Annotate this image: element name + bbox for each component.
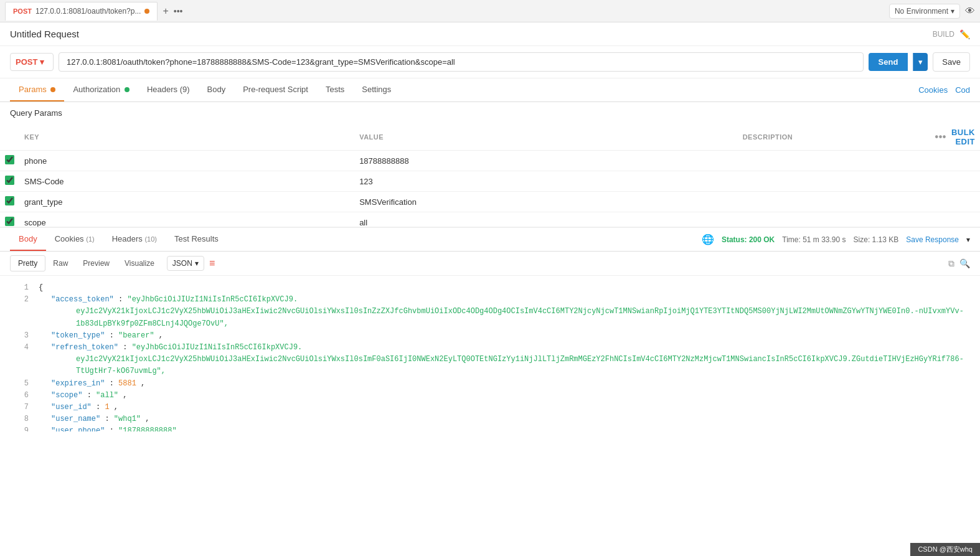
request-title-bar: Untitled Request BUILD ✏️ <box>0 22 980 46</box>
json-line-4b: eyJ1c2VyX21kIjoxLCJ1c2VyX25hbWUiOiJ3aHEx… <box>10 354 970 377</box>
tab-authorization[interactable]: Authorization <box>64 78 138 101</box>
desc-column-header: DESCRIPTION <box>738 124 930 151</box>
unsaved-dot <box>144 9 149 14</box>
eye-button[interactable]: 👁 <box>965 6 975 17</box>
value-cell: all <box>354 212 738 227</box>
row-checkbox-smscode[interactable] <box>5 176 14 185</box>
response-meta: 🌐 Status: 200 OK Time: 51 m 33.90 s Size… <box>702 233 970 245</box>
chevron-down-icon: ▾ <box>951 7 954 16</box>
env-dropdown[interactable]: No Environment ▾ <box>889 4 960 19</box>
format-lines-icon[interactable]: ≡ <box>209 258 215 269</box>
response-tab-cookies[interactable]: Cookies (1) <box>46 228 103 251</box>
format-tab-raw[interactable]: Raw <box>45 256 75 271</box>
send-dropdown-button[interactable]: ▾ <box>913 53 928 71</box>
response-tab-testresults[interactable]: Test Results <box>166 228 227 251</box>
response-section: Body Cookies (1) Headers (10) Test Resul… <box>0 227 980 431</box>
save-button[interactable]: Save <box>933 52 970 72</box>
footer-bar: CSDN @西安whq <box>910 543 980 556</box>
json-line-3: 3 "token_type" : "bearer" , <box>10 330 970 342</box>
tab-body[interactable]: Body <box>199 78 235 101</box>
json-viewer: 1 { 2 "access_token" : "eyJhbGciOiJIUzI1… <box>0 276 980 431</box>
copy-icon[interactable]: ⧉ <box>948 258 954 269</box>
tab-params[interactable]: Params <box>10 78 64 101</box>
table-row: phone 18788888888 <box>0 151 980 171</box>
request-tab[interactable]: POST 127.0.0.1:8081/oauth/token?p... <box>5 2 158 21</box>
more-tabs-button[interactable]: ••• <box>174 6 183 16</box>
json-line-1: 1 { <box>10 282 970 294</box>
json-line-9: 9 "user_phone" : "18788888888" , <box>10 425 970 431</box>
tab-bar: POST 127.0.0.1:8081/oauth/token?p... + •… <box>0 0 980 22</box>
code-link[interactable]: Cod <box>955 85 970 95</box>
format-dropdown-chevron: ▾ <box>195 259 199 268</box>
edit-icon[interactable]: ✏️ <box>959 29 970 39</box>
auth-dot <box>125 87 130 92</box>
add-tab-button[interactable]: + <box>160 6 171 17</box>
globe-icon: 🌐 <box>702 233 714 245</box>
json-line-2: 2 "access_token" : "eyJhbGciOiJIUzI1NiIs… <box>10 294 970 306</box>
format-tab-pretty[interactable]: Pretty <box>10 255 45 271</box>
more-actions-icon[interactable]: ••• <box>935 131 946 143</box>
tab-settings[interactable]: Settings <box>353 78 400 101</box>
tab-tests[interactable]: Tests <box>317 78 353 101</box>
response-tab-body[interactable]: Body <box>10 228 46 251</box>
json-line-2b: eyJ1c2VyX21kIjoxLCJ1c2VyX25hbWUiOiJ3aHEx… <box>10 306 970 329</box>
request-title: Untitled Request <box>10 29 933 39</box>
bulk-edit-button[interactable]: Bulk Edit <box>951 128 975 146</box>
params-dot <box>50 87 55 92</box>
desc-cell <box>738 151 930 171</box>
tab-url: 127.0.0.1:8081/oauth/token?p... <box>35 7 141 16</box>
env-selector: No Environment ▾ 👁 <box>889 4 975 19</box>
value-cell: 18788888888 <box>354 151 738 171</box>
time-info: Time: 51 m 33.90 s <box>782 235 846 244</box>
row-checkbox-phone[interactable] <box>5 155 14 164</box>
cookies-count: (1) <box>86 235 94 243</box>
save-response-chevron[interactable]: ▾ <box>966 235 970 244</box>
desc-cell <box>738 171 930 192</box>
key-cell: grant_type <box>19 192 354 212</box>
table-row: grant_type SMSVerification <box>0 192 980 212</box>
params-area: Query Params KEY VALUE DESCRIPTION ••• B… <box>0 102 980 227</box>
env-label: No Environment <box>895 7 948 16</box>
cookies-link[interactable]: Cookies <box>918 85 948 95</box>
response-tabs: Body Cookies (1) Headers (10) Test Resul… <box>0 228 980 252</box>
table-row: scope all <box>0 212 980 227</box>
query-params-label: Query Params <box>0 102 980 124</box>
value-column-header: VALUE <box>354 124 738 151</box>
key-column-header: KEY <box>19 124 354 151</box>
tab-headers[interactable]: Headers (9) <box>138 78 199 101</box>
tab-prerequest[interactable]: Pre-request Script <box>234 78 317 101</box>
key-cell: scope <box>19 212 354 227</box>
format-dropdown[interactable]: JSON ▾ <box>167 256 204 271</box>
format-bar: Pretty Raw Preview Visualize JSON ▾ ≡ ⧉ … <box>0 252 980 276</box>
key-cell: SMS-Code <box>19 171 354 192</box>
format-dropdown-label: JSON <box>172 259 192 268</box>
json-line-4: 4 "refresh_token" : "eyJhbGciOiJIUzI1NiI… <box>10 342 970 354</box>
url-input[interactable] <box>59 52 864 72</box>
build-label: BUILD <box>933 30 954 39</box>
method-select[interactable]: POST ▾ <box>10 53 54 71</box>
save-response-button[interactable]: Save Response <box>906 235 959 244</box>
table-row: SMS-Code 123 <box>0 171 980 192</box>
send-button[interactable]: Send <box>869 53 908 71</box>
key-cell: phone <box>19 151 354 171</box>
json-line-5: 5 "expires_in" : 5881 , <box>10 378 970 390</box>
format-tab-visualize[interactable]: Visualize <box>117 256 162 271</box>
search-icon[interactable]: 🔍 <box>959 258 970 268</box>
footer-text: CSDN @西安whq <box>918 545 973 553</box>
format-tab-preview[interactable]: Preview <box>75 256 117 271</box>
json-line-7: 7 "user_id" : 1 , <box>10 402 970 413</box>
response-tab-headers[interactable]: Headers (10) <box>103 228 166 251</box>
value-cell: SMSVerification <box>354 192 738 212</box>
params-table: KEY VALUE DESCRIPTION ••• Bulk Edit phon… <box>0 124 980 227</box>
request-tabs: Params Authorization Headers (9) Body Pr… <box>0 78 980 102</box>
method-chevron-icon: ▾ <box>40 57 44 67</box>
size-info: Size: 1.13 KB <box>854 235 899 244</box>
desc-cell <box>738 212 930 227</box>
row-checkbox-granttype[interactable] <box>5 196 14 205</box>
row-checkbox-scope[interactable] <box>5 217 14 226</box>
method-label: POST <box>16 57 37 67</box>
url-bar: POST ▾ Send ▾ Save <box>0 46 980 78</box>
json-line-6: 6 "scope" : "all" , <box>10 390 970 402</box>
json-line-8: 8 "user_name" : "whq1" , <box>10 413 970 425</box>
desc-cell <box>738 192 930 212</box>
